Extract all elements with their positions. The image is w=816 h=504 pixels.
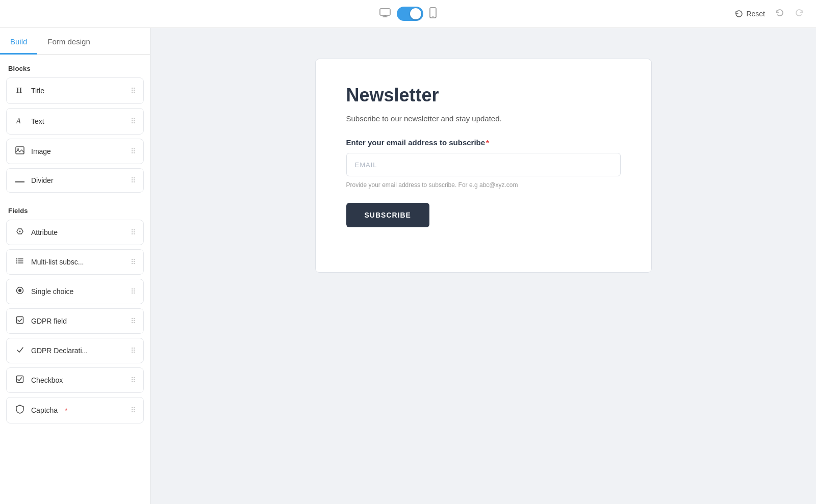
captcha-icon (15, 405, 25, 416)
drag-handle-single-choice[interactable]: ⠿ (131, 287, 135, 296)
tab-form-design[interactable]: Form design (37, 28, 100, 55)
reset-button[interactable]: Reset (735, 10, 765, 18)
svg-rect-0 (380, 9, 390, 15)
drag-handle-text[interactable]: ⠿ (131, 117, 135, 125)
topbar: Reset (0, 0, 816, 28)
field-item-gdpr-declaration[interactable]: GDPR Declarati... ⠿ (6, 338, 144, 363)
captcha-star: * (65, 407, 67, 414)
block-item-divider[interactable]: Divider ⠿ (6, 168, 144, 193)
checkbox-icon (15, 375, 25, 385)
drag-handle-attribute[interactable]: ⠿ (131, 228, 135, 236)
topbar-center (379, 7, 437, 21)
svg-point-2 (432, 16, 434, 17)
field-single-choice-label: Single choice (31, 287, 73, 296)
svg-point-13 (16, 260, 17, 261)
email-hint: Provide your email address to subscribe.… (346, 181, 621, 189)
gdpr-declaration-icon (15, 346, 25, 356)
field-item-single-choice[interactable]: Single choice ⠿ (6, 279, 144, 304)
block-image-label: Image (31, 147, 51, 155)
gdpr-field-icon (15, 316, 25, 326)
redo-button[interactable] (795, 8, 804, 20)
form-card: Newsletter Subscribe to our newsletter a… (315, 59, 652, 273)
required-star: * (486, 138, 489, 147)
desktop-icon[interactable] (379, 8, 391, 20)
mobile-icon[interactable] (429, 7, 437, 21)
block-divider-label: Divider (31, 176, 54, 184)
block-item-title[interactable]: H Title ⠿ (6, 77, 144, 104)
svg-point-8 (19, 231, 21, 232)
image-icon (15, 146, 25, 156)
svg-point-12 (16, 258, 17, 259)
content-area: Newsletter Subscribe to our newsletter a… (150, 28, 816, 504)
drag-handle-divider[interactable]: ⠿ (131, 176, 135, 184)
block-title-label: Title (31, 87, 44, 95)
subscribe-button[interactable]: SUBSCRIBE (346, 203, 429, 227)
block-item-text[interactable]: A Text ⠿ (6, 108, 144, 135)
sidebar: Build Form design Blocks H Title ⠿ (0, 28, 150, 504)
reset-label: Reset (746, 10, 765, 18)
fields-section-header: Fields (0, 197, 150, 220)
topbar-actions: Reset (735, 8, 804, 20)
field-item-captcha[interactable]: Captcha * ⠿ (6, 397, 144, 423)
tab-build[interactable]: Build (0, 28, 37, 55)
svg-point-6 (17, 148, 19, 150)
email-field-label: Enter your email address to subscribe* (346, 138, 621, 147)
device-toggle[interactable] (397, 7, 423, 21)
drag-handle-title[interactable]: ⠿ (131, 87, 135, 95)
attribute-icon (15, 227, 25, 237)
svg-point-14 (16, 262, 17, 263)
field-item-gdpr[interactable]: GDPR field ⠿ (6, 308, 144, 334)
blocks-section-header: Blocks (0, 55, 150, 77)
email-input[interactable] (346, 153, 621, 176)
multilist-icon (15, 257, 25, 267)
form-subtitle: Subscribe to our newsletter and stay upd… (346, 114, 621, 123)
svg-text:A: A (16, 117, 21, 125)
form-title: Newsletter (346, 85, 621, 106)
single-choice-icon (15, 286, 25, 297)
main-layout: Build Form design Blocks H Title ⠿ (0, 28, 816, 504)
field-item-attribute[interactable]: Attribute ⠿ (6, 220, 144, 245)
sidebar-tabs: Build Form design (0, 28, 150, 55)
svg-rect-5 (16, 147, 24, 154)
field-gdpr-label: GDPR field (31, 317, 67, 325)
block-item-image[interactable]: Image ⠿ (6, 139, 144, 164)
field-multilist-label: Multi-list subsc... (31, 258, 84, 266)
drag-handle-gdpr[interactable]: ⠿ (131, 317, 135, 325)
field-gdpr-declaration-label: GDPR Declarati... (31, 347, 88, 355)
svg-point-16 (18, 289, 21, 292)
drag-handle-image[interactable]: ⠿ (131, 147, 135, 155)
field-item-checkbox[interactable]: Checkbox ⠿ (6, 367, 144, 393)
divider-icon (15, 176, 25, 185)
undo-button[interactable] (775, 8, 784, 20)
block-text-label: Text (31, 117, 44, 125)
field-captcha-label: Captcha (31, 406, 58, 414)
field-item-multilist[interactable]: Multi-list subsc... ⠿ (6, 249, 144, 275)
drag-handle-gdpr-declaration[interactable]: ⠿ (131, 347, 135, 355)
drag-handle-multilist[interactable]: ⠿ (131, 258, 135, 266)
field-checkbox-label: Checkbox (31, 376, 63, 384)
field-attribute-label: Attribute (31, 228, 58, 236)
drag-handle-captcha[interactable]: ⠿ (131, 406, 135, 414)
drag-handle-checkbox[interactable]: ⠿ (131, 376, 135, 384)
text-icon: A (15, 116, 25, 127)
svg-text:H: H (16, 87, 22, 94)
title-icon: H (15, 85, 25, 96)
